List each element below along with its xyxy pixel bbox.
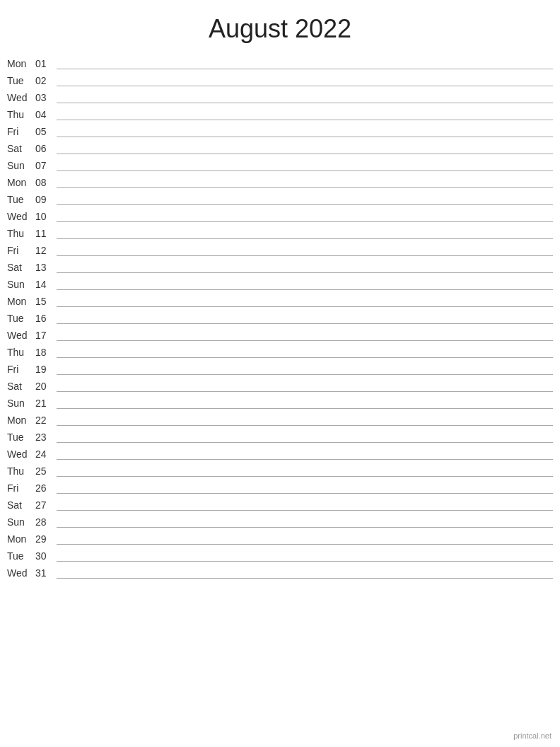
day-row: Sat06 bbox=[7, 140, 553, 157]
day-name: Wed bbox=[7, 330, 35, 342]
day-line[interactable] bbox=[57, 412, 553, 426]
day-name: Mon bbox=[7, 415, 35, 427]
day-line[interactable] bbox=[57, 55, 553, 69]
day-name: Mon bbox=[7, 296, 35, 308]
day-number: 17 bbox=[35, 330, 57, 342]
day-row: Mon29 bbox=[7, 531, 553, 548]
day-line[interactable] bbox=[57, 344, 553, 358]
day-row: Sun07 bbox=[7, 157, 553, 174]
day-name: Sun bbox=[7, 398, 35, 410]
day-name: Wed bbox=[7, 92, 35, 105]
day-row: Sat13 bbox=[7, 259, 553, 276]
day-line[interactable] bbox=[57, 123, 553, 137]
day-name: Tue bbox=[7, 194, 35, 207]
day-name: Tue bbox=[7, 432, 35, 444]
day-line[interactable] bbox=[57, 395, 553, 409]
calendar-container: Mon01Tue02Wed03Thu04Fri05Sat06Sun07Mon08… bbox=[0, 55, 560, 610]
day-number: 07 bbox=[35, 160, 57, 173]
day-row: Fri12 bbox=[7, 242, 553, 259]
day-row: Mon01 bbox=[7, 55, 553, 72]
day-name: Thu bbox=[7, 228, 35, 241]
day-number: 27 bbox=[35, 499, 57, 512]
day-name: Mon bbox=[7, 58, 35, 71]
day-name: Wed bbox=[7, 448, 35, 461]
day-line[interactable] bbox=[57, 259, 553, 273]
day-line[interactable] bbox=[57, 72, 553, 86]
day-row: Fri19 bbox=[7, 361, 553, 378]
day-line[interactable] bbox=[57, 89, 553, 103]
day-line[interactable] bbox=[57, 378, 553, 392]
day-line[interactable] bbox=[57, 429, 553, 443]
day-line[interactable] bbox=[57, 174, 553, 188]
day-name: Sat bbox=[7, 381, 35, 393]
day-number: 18 bbox=[35, 347, 57, 359]
day-line[interactable] bbox=[57, 191, 553, 205]
day-number: 25 bbox=[35, 465, 57, 478]
day-row: Thu25 bbox=[7, 463, 553, 480]
day-name: Fri bbox=[7, 245, 35, 257]
day-line[interactable] bbox=[57, 497, 553, 511]
day-row: Sun28 bbox=[7, 514, 553, 531]
day-line[interactable] bbox=[57, 531, 553, 545]
day-name: Thu bbox=[7, 465, 35, 478]
day-name: Sat bbox=[7, 143, 35, 156]
day-line[interactable] bbox=[57, 548, 553, 562]
day-number: 05 bbox=[35, 126, 57, 139]
day-line[interactable] bbox=[57, 208, 553, 222]
day-line[interactable] bbox=[57, 106, 553, 120]
day-number: 09 bbox=[35, 194, 57, 207]
day-line[interactable] bbox=[57, 361, 553, 375]
day-line[interactable] bbox=[57, 446, 553, 460]
day-line[interactable] bbox=[57, 514, 553, 528]
day-number: 29 bbox=[35, 533, 57, 546]
day-line[interactable] bbox=[57, 157, 553, 171]
day-row: Wed17 bbox=[7, 327, 553, 344]
day-line[interactable] bbox=[57, 293, 553, 307]
day-number: 26 bbox=[35, 482, 57, 495]
day-row: Sun21 bbox=[7, 395, 553, 412]
day-number: 15 bbox=[35, 296, 57, 308]
day-row: Tue16 bbox=[7, 310, 553, 327]
day-name: Sun bbox=[7, 279, 35, 291]
day-name: Thu bbox=[7, 109, 35, 122]
day-line[interactable] bbox=[57, 564, 553, 579]
day-number: 30 bbox=[35, 550, 57, 563]
day-row: Sat20 bbox=[7, 378, 553, 395]
day-number: 23 bbox=[35, 432, 57, 444]
day-row: Thu11 bbox=[7, 225, 553, 242]
day-number: 11 bbox=[35, 228, 57, 241]
day-name: Sun bbox=[7, 516, 35, 529]
day-row: Wed10 bbox=[7, 208, 553, 225]
day-line[interactable] bbox=[57, 310, 553, 324]
day-name: Thu bbox=[7, 347, 35, 359]
day-row: Tue23 bbox=[7, 429, 553, 446]
page-title: August 2022 bbox=[0, 0, 560, 55]
day-name: Sat bbox=[7, 262, 35, 274]
day-number: 14 bbox=[35, 279, 57, 291]
day-row: Wed31 bbox=[7, 564, 553, 581]
day-name: Fri bbox=[7, 126, 35, 139]
day-row: Tue02 bbox=[7, 72, 553, 89]
day-number: 16 bbox=[35, 313, 57, 325]
day-line[interactable] bbox=[57, 276, 553, 290]
day-row: Thu18 bbox=[7, 344, 553, 361]
day-name: Wed bbox=[7, 211, 35, 224]
day-line[interactable] bbox=[57, 225, 553, 239]
day-name: Wed bbox=[7, 567, 35, 580]
day-number: 03 bbox=[35, 92, 57, 105]
day-line[interactable] bbox=[57, 480, 553, 494]
day-number: 31 bbox=[35, 567, 57, 580]
day-row: Mon08 bbox=[7, 174, 553, 191]
day-line[interactable] bbox=[57, 463, 553, 477]
day-name: Tue bbox=[7, 313, 35, 325]
day-name: Fri bbox=[7, 364, 35, 376]
day-line[interactable] bbox=[57, 327, 553, 341]
day-line[interactable] bbox=[57, 242, 553, 256]
watermark: printcal.net bbox=[513, 731, 552, 740]
day-row: Wed24 bbox=[7, 446, 553, 463]
day-row: Thu04 bbox=[7, 106, 553, 123]
day-number: 06 bbox=[35, 143, 57, 156]
day-name: Tue bbox=[7, 75, 35, 88]
day-number: 28 bbox=[35, 516, 57, 529]
day-line[interactable] bbox=[57, 140, 553, 154]
